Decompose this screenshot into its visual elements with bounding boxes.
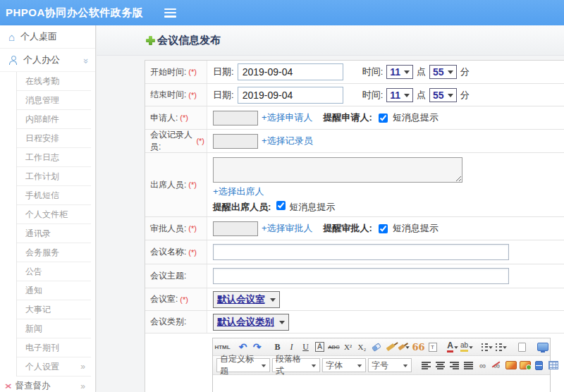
end-minute-select[interactable]: 55 [429,88,457,102]
strikethrough-button[interactable]: ABC [328,341,340,353]
main-content: 会议信息发布 开始时间:(*) 日期: 时间: 11 点 55 分 结束时间:(… [97,25,564,392]
chevron-right-icon: » [80,381,85,391]
start-date-input[interactable] [238,63,343,80]
remove-format-button[interactable] [370,341,382,353]
subscript-button[interactable]: X₂ [356,341,368,353]
sidebar-item-sms[interactable]: 手机短信 [17,186,91,205]
sidebar-item-file-cabinet[interactable]: 个人文件柜 [17,205,91,224]
required-mark: (*) [180,295,188,304]
sidebar-item-work-plan[interactable]: 工作计划 [17,167,91,186]
caret-down-icon [448,94,453,100]
align-justify-button[interactable] [462,359,474,372]
user-icon [8,56,18,65]
end-hour-select[interactable]: 11 [386,88,413,102]
font-style-button[interactable]: A [315,342,324,352]
recorder-input[interactable] [213,134,258,149]
sidebar-item-personal-desktop[interactable]: ⌂ 个人桌面 [0,25,95,49]
heading-style-dropdown[interactable]: 自定义标题 [216,358,270,372]
unordered-list-button[interactable] [496,341,508,353]
caret-down-icon [270,298,276,305]
remind-approver-label: 提醒审批人: [324,222,372,235]
page-break-button[interactable] [533,359,545,372]
sidebar-item-personal-settings[interactable]: 个人设置 » [17,357,91,376]
sidebar: ⌂ 个人桌面 个人办公 » 在线考勤 消息管理 内部邮件 日程安排 工作日志 工… [0,25,96,392]
paste-button[interactable]: T [427,341,439,353]
auto-format-button[interactable] [398,341,410,353]
caret-down-icon [404,94,410,100]
new-page-button[interactable] [516,341,528,353]
form-row-approver: 审批人员:(*) +选择审批人 提醒审批人: 短消息提示 [145,217,564,240]
menu-toggle-button[interactable] [164,8,176,18]
sidebar-item-messages[interactable]: 消息管理 [17,91,91,110]
sms-remind-checkbox[interactable] [276,201,286,210]
superscript-button[interactable]: X² [342,341,354,353]
sidebar-item-label: 个人桌面 [20,30,57,43]
approver-input[interactable] [213,221,258,236]
sidebar-item-announcement[interactable]: 公告 [17,262,91,281]
fullscreen-button[interactable] [537,341,548,353]
caret-down-icon [357,365,362,369]
paragraph-format-dropdown[interactable]: 段落格式 [272,358,320,372]
sidebar-item-events[interactable]: 大事记 [17,300,91,319]
align-left-button[interactable] [420,359,432,372]
insert-link-button[interactable]: ∞ [477,359,489,372]
end-date-input[interactable] [238,87,343,104]
time-label: 时间: [362,89,384,102]
meeting-room-select[interactable]: 默认会议室 [213,291,280,308]
font-size-dropdown[interactable]: 字号 [368,358,412,372]
required-mark: (*) [180,114,188,122]
blockquote-button[interactable]: 66 [412,341,424,353]
sms-remind-checkbox[interactable] [379,224,388,233]
italic-button[interactable]: I [286,341,298,353]
highlight-color-button[interactable]: ab [461,341,473,353]
hour-unit: 点 [417,66,426,78]
html-source-button[interactable]: HTML [216,341,228,353]
format-painter-button[interactable] [384,341,396,353]
bold-button[interactable]: B [271,341,283,353]
sms-remind-checkbox[interactable] [379,114,388,123]
field-label: 申请人: [150,112,178,124]
align-center-button[interactable] [434,359,446,372]
sidebar-item-news[interactable]: 新闻 [17,319,91,338]
sidebar-item-internal-mail[interactable]: 内部邮件 [17,110,91,129]
form-row-meeting-category: 会议类别: 默认会议类别 [145,311,564,333]
applicant-input[interactable] [213,111,258,125]
sidebar-item-notice[interactable]: 通知 [17,281,91,300]
select-recorder-link[interactable]: +选择记录员 [262,135,313,147]
sidebar-item-schedule[interactable]: 日程安排 [17,129,91,148]
sidebar-item-personal-office[interactable]: 个人办公 » [0,49,95,72]
sidebar-item-meeting-service[interactable]: 会务服务 [17,243,91,262]
redo-button[interactable]: ↷ [251,341,263,353]
insert-table-button[interactable] [547,359,559,372]
remove-link-button[interactable]: ∞ [491,359,503,372]
meeting-subject-input[interactable] [213,268,509,284]
home-icon: ⌂ [8,32,15,42]
sidebar-item-e-journal[interactable]: 电子期刊 [17,338,91,357]
font-color-button[interactable]: A [447,341,459,353]
upload-image-button[interactable] [519,359,531,372]
time-label: 时间: [362,66,384,78]
select-approver-link[interactable]: +选择审批人 [262,222,313,235]
sidebar-item-contacts[interactable]: 通讯录 [17,224,91,243]
ordered-list-button[interactable] [482,341,494,353]
insert-image-button[interactable] [505,359,517,372]
start-hour-select[interactable]: 11 [386,65,413,79]
sidebar-item-supervision[interactable]: × 督查督办 » [0,376,95,392]
remind-applicant-label: 提醒申请人: [324,111,372,124]
meeting-name-input[interactable] [213,244,509,260]
start-minute-select[interactable]: 55 [429,65,457,79]
attendees-textarea[interactable] [213,157,462,183]
align-right-button[interactable] [448,359,460,372]
meeting-category-select[interactable]: 默认会议类别 [213,314,289,331]
undo-button[interactable]: ↶ [237,341,249,353]
image-add-icon [520,361,531,369]
caret-down-icon [503,346,507,350]
select-applicant-link[interactable]: +选择申请人 [262,111,313,124]
underline-button[interactable]: U [300,341,312,353]
font-family-dropdown[interactable]: 字体 [322,358,366,372]
app-title: PHPOA协同办公软件政务版 [0,6,143,20]
select-attendees-link[interactable]: +选择出席人 [213,185,264,198]
sidebar-item-work-log[interactable]: 工作日志 [17,148,91,167]
sidebar-item-attendance[interactable]: 在线考勤 [17,72,91,91]
editor-content-area[interactable] [213,375,550,392]
